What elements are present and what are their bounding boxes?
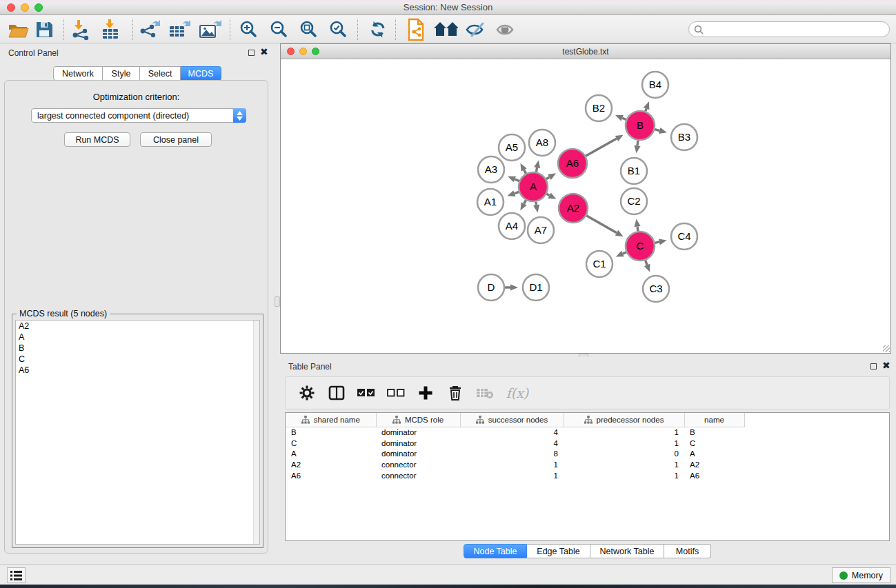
table-options-icon[interactable]: [298, 383, 316, 403]
graph-edge-C-C2[interactable]: [637, 227, 638, 232]
table-cell: 1: [564, 427, 684, 438]
refresh-icon[interactable]: [366, 17, 390, 42]
graph-edge-A6-B[interactable]: [586, 139, 617, 156]
float-table-panel-icon[interactable]: [870, 363, 877, 369]
graph-edge-A-A5[interactable]: [524, 170, 526, 174]
task-history-button[interactable]: [7, 567, 26, 583]
tab-select[interactable]: Select: [140, 66, 181, 81]
zoom-fit-icon[interactable]: [297, 17, 321, 42]
search-field[interactable]: [688, 21, 890, 37]
graph-edge-B-B3[interactable]: [655, 130, 659, 131]
graph-edge-A-A2[interactable]: [546, 194, 549, 195]
table-row[interactable]: Adominator80A: [286, 448, 744, 459]
import-table-icon[interactable]: [99, 17, 123, 42]
mcds-result-box: MCDS result (5 nodes) A2ABCA6: [12, 314, 263, 548]
graph-edge-A-A8[interactable]: [536, 168, 537, 172]
zoom-out-icon[interactable]: [267, 17, 292, 42]
mcds-result-item[interactable]: C: [16, 354, 259, 365]
table-row[interactable]: Cdominator41C: [286, 438, 744, 449]
edge-arrowhead: [659, 239, 667, 245]
network-canvas[interactable]: AA1A2A3A4A5A6A7A8BB1B2B3B4CC1C2C3C4DD1: [281, 59, 890, 353]
network-from-file-icon[interactable]: [404, 17, 429, 42]
function-builder-icon: f(x): [506, 383, 529, 403]
column-header-MCDS-role[interactable]: MCDS role: [376, 413, 460, 427]
optimization-criterion-select[interactable]: largest connected component (directed): [31, 108, 246, 123]
close-panel-icon[interactable]: ✖: [260, 46, 268, 57]
graph-edge-A2-C[interactable]: [586, 216, 617, 233]
list-scrollbar[interactable]: [253, 321, 259, 544]
save-session-icon[interactable]: [32, 17, 57, 42]
column-browser-icon[interactable]: [328, 383, 346, 403]
graph-edge-A-A3[interactable]: [515, 179, 519, 181]
close-panel-button[interactable]: Close panel: [140, 132, 212, 147]
table-cell: A: [684, 448, 744, 459]
tab-motifs[interactable]: Motifs: [664, 544, 711, 558]
mcds-result-item[interactable]: A: [16, 332, 259, 343]
tab-style[interactable]: Style: [103, 66, 140, 81]
tab-mcds[interactable]: MCDS: [181, 66, 221, 81]
column-header-name[interactable]: name: [684, 413, 744, 427]
mcds-result-item[interactable]: A2: [16, 321, 259, 332]
graph-edge-A-A7[interactable]: [536, 202, 537, 205]
network-window-titlebar[interactable]: testGlobe.txt: [281, 44, 890, 59]
search-input[interactable]: [706, 25, 889, 34]
tab-network-table[interactable]: Network Table: [590, 544, 664, 558]
home-layout-icon[interactable]: [433, 17, 458, 42]
close-table-panel-icon[interactable]: ✖: [882, 360, 890, 371]
tab-node-table[interactable]: Node Table: [464, 544, 527, 558]
list-icon: [10, 571, 22, 580]
graph-edge-A-A4[interactable]: [524, 200, 526, 203]
create-column-icon[interactable]: [417, 383, 435, 403]
network-view-window: testGlobe.txt AA1A2A3A4A5A6A7A8BB1B2B3B4…: [280, 43, 891, 354]
tab-network[interactable]: Network: [53, 66, 103, 81]
graph-edge-B-B1[interactable]: [637, 141, 638, 146]
delete-column-icon[interactable]: [446, 383, 464, 403]
table-cell: 0: [564, 448, 684, 459]
import-network-icon[interactable]: [69, 17, 94, 42]
graph-edge-B-B4[interactable]: [646, 109, 646, 112]
column-header-successor-nodes[interactable]: successor nodes: [460, 413, 564, 427]
graph-edge-C-C1[interactable]: [623, 252, 626, 254]
show-hide-graphics-icon[interactable]: [464, 17, 488, 42]
data-type-icon: [476, 416, 484, 424]
float-panel-icon[interactable]: [248, 50, 255, 56]
data-type-icon: [584, 416, 593, 424]
table-cell: B: [286, 427, 376, 438]
column-header-predecessor-nodes[interactable]: predecessor nodes: [564, 413, 684, 427]
memory-button[interactable]: Memory: [832, 567, 890, 583]
run-mcds-button[interactable]: Run MCDS: [64, 132, 130, 147]
toolbar-separator: [395, 19, 396, 40]
node-label-B1: B1: [628, 165, 640, 176]
vertical-splitter-grip[interactable]: [275, 296, 280, 307]
export-image-icon[interactable]: [197, 17, 222, 42]
mcds-result-item[interactable]: A6: [16, 365, 259, 376]
export-table-icon[interactable]: [167, 17, 192, 42]
zoom-selected-icon[interactable]: [326, 17, 351, 42]
toolbar-separator: [357, 19, 358, 40]
window-resize-grip[interactable]: [883, 345, 890, 352]
table-cell: dominator: [376, 427, 460, 438]
open-session-icon[interactable]: [6, 17, 30, 42]
dropdown-value: largest connected component (directed): [32, 111, 233, 121]
table-row[interactable]: Bdominator41B: [286, 427, 744, 438]
select-all-check-icon[interactable]: [357, 383, 375, 403]
graph-edge-A-A1[interactable]: [515, 192, 519, 193]
mcds-result-list[interactable]: A2ABCA6: [15, 320, 260, 545]
graph-edge-C-C3[interactable]: [646, 261, 647, 265]
deselect-all-icon[interactable]: [387, 383, 405, 403]
mcds-result-item[interactable]: B: [16, 343, 259, 354]
node-label-C: C: [637, 240, 644, 252]
tab-edge-table[interactable]: Edge Table: [527, 544, 590, 558]
graph-edge-A-A6[interactable]: [546, 177, 550, 179]
graph-edge-C-C4[interactable]: [655, 242, 659, 243]
node-label-A1: A1: [484, 196, 497, 207]
table-cell: connector: [376, 459, 460, 470]
table-row[interactable]: A6connector11A6: [286, 470, 744, 481]
graph-edge-B-B2[interactable]: [622, 118, 626, 119]
export-network-icon[interactable]: [137, 17, 162, 42]
node-label-C3: C3: [649, 283, 662, 294]
show-hide-details-icon[interactable]: [494, 17, 519, 42]
column-header-shared-name[interactable]: shared name: [286, 413, 376, 427]
zoom-in-icon[interactable]: [237, 17, 261, 42]
table-row[interactable]: A2connector11A2: [286, 459, 744, 470]
